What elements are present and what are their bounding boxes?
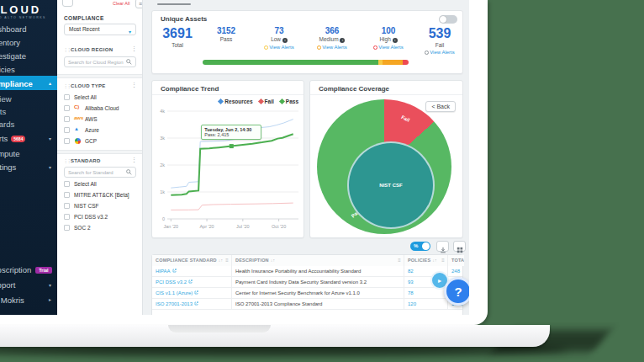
sidebar-item-inventory[interactable]: Inventory [0, 38, 57, 47]
kebab-menu-icon[interactable]: ⋮ [131, 45, 137, 52]
column-menu-icon[interactable]: ≡ [398, 255, 401, 266]
info-icon[interactable]: i [393, 38, 398, 43]
download-button[interactable] [436, 241, 449, 252]
view-alerts-link[interactable]: View Alerts [365, 45, 412, 50]
standard-link[interactable]: CIS v1.1 (Azure) [156, 290, 193, 295]
filter-collapse-button[interactable] [62, 0, 73, 7]
sidebar-item-overview[interactable]: Overview [0, 94, 57, 104]
sidebar-item-investigate[interactable]: Investigate [0, 51, 57, 61]
high-alert-icon [373, 45, 377, 50]
section-divider [57, 150, 143, 154]
sidebar-item-reports[interactable]: Reports [0, 107, 57, 116]
total-count-link[interactable]: 248 [451, 269, 460, 274]
table-row: ISO 27001-2013 ISO 27001-2013 Compliance… [152, 299, 462, 310]
laptop-screen: CLOUD PALO ALTO NETWORKS Dashboard Inven… [0, 0, 488, 325]
laptop-base-notch [168, 325, 271, 333]
view-alerts-link[interactable]: View Alerts [309, 45, 356, 50]
checkbox[interactable] [64, 116, 70, 122]
cloud-type-option-select-all[interactable]: Select All [64, 93, 141, 103]
help-button[interactable]: ? [444, 277, 469, 306]
policies-count-link[interactable]: 93 [408, 279, 414, 285]
scroll-indicator[interactable] [157, 3, 191, 5]
view-alerts-link[interactable]: View Alerts [416, 50, 463, 55]
column-header-description[interactable]: DESCRIPTION↓↑≡ [232, 255, 404, 266]
checkbox[interactable] [64, 94, 70, 100]
checkbox[interactable] [64, 181, 70, 187]
column-menu-icon[interactable]: ≡ [441, 255, 445, 266]
back-button[interactable]: < Back [425, 101, 456, 112]
checkbox[interactable] [64, 105, 70, 111]
progress-segment-pass [203, 60, 378, 65]
chevron-right-icon[interactable]: ▸ [49, 296, 51, 302]
sidebar-item-subscription[interactable]: SubscriptionTrial [0, 265, 57, 274]
chevron-up-icon[interactable]: ▴ [49, 80, 51, 86]
cloud-type-option-aws[interactable]: awsAWS [64, 115, 141, 125]
chevron-down-icon[interactable]: ▾ [49, 164, 51, 170]
standard-description: Center for Internet Security Benchmark f… [232, 288, 404, 299]
standard-option-soc2[interactable]: SOC 2 [64, 224, 141, 233]
drag-handle-icon[interactable]: ⋮⋮ [63, 83, 70, 88]
drag-handle-icon[interactable]: ⋮⋮ [63, 46, 70, 52]
cloud-type-option-gcp[interactable]: GCP [64, 137, 141, 146]
sort-icon[interactable]: ↓↑ [271, 258, 275, 263]
donut-center: NIST CSF [347, 141, 435, 229]
table-row: CIS v1.1 (Azure) Center for Internet Sec… [152, 288, 462, 299]
unique-assets-toggle[interactable] [439, 15, 457, 24]
external-link-icon [194, 290, 198, 295]
compliance-standards-table: COMPLIANCE STANDARD↓↑≡ DESCRIPTION↓↑≡ PO… [151, 254, 463, 315]
stat-fail: 539 Fail View Alerts [416, 26, 463, 55]
sidebar-item-standards[interactable]: Standards [0, 120, 57, 129]
info-icon[interactable]: i [340, 38, 345, 43]
view-alerts-link[interactable]: View Alerts [256, 45, 303, 50]
info-icon[interactable]: i [282, 38, 288, 43]
sort-icon[interactable]: ↓↑ [432, 258, 436, 263]
checkbox[interactable] [64, 203, 70, 209]
clear-filters-link[interactable]: Clear All [113, 1, 129, 6]
chevron-down-icon[interactable]: ▾ [49, 282, 51, 288]
kebab-menu-icon[interactable]: ⋮ [131, 157, 137, 163]
sidebar-item-compute[interactable]: Compute [0, 149, 57, 158]
column-header-policies[interactable]: POLICIES↓↑≡ [404, 255, 448, 266]
standard-option-nist-csf[interactable]: NIST CSF [64, 202, 141, 211]
prisma-cloud-logo: CLOUD [0, 3, 41, 16]
standard-option-mitre[interactable]: MITRE ATT&CK [Beta] [64, 191, 141, 200]
search-icon [126, 59, 132, 65]
policies-count-link[interactable]: 120 [408, 301, 416, 306]
cloud-type-option-alibaba[interactable]: C)Alibaba Cloud [64, 104, 141, 114]
progress-segment-high [403, 60, 409, 65]
column-menu-icon[interactable]: ≡ [225, 255, 229, 266]
alibaba-cloud-icon: C) [74, 104, 82, 109]
column-header-standard[interactable]: COMPLIANCE STANDARD↓↑≡ [152, 255, 232, 266]
drag-handle-icon[interactable]: ⋮⋮ [63, 157, 70, 163]
save-filter-button[interactable]: ≡ [135, 0, 143, 8]
chevron-down-icon[interactable]: ▾ [49, 136, 51, 141]
coverage-donut[interactable]: Fail Pass NIST CSF [317, 99, 451, 234]
checkbox[interactable] [64, 225, 70, 231]
checkbox[interactable] [64, 127, 70, 133]
legend-item[interactable]: Resources [219, 98, 252, 104]
kebab-menu-icon[interactable]: ⋮ [131, 82, 137, 88]
sidebar-item-dashboard[interactable]: Dashboard [0, 24, 57, 34]
table-header-row: COMPLIANCE STANDARD↓↑≡ DESCRIPTION↓↑≡ PO… [152, 255, 462, 266]
checkbox[interactable] [64, 214, 70, 220]
column-header-total[interactable]: TOTAL [448, 255, 464, 266]
legend-item[interactable]: Fail [259, 98, 274, 104]
checkbox[interactable] [64, 192, 70, 198]
sidebar-item-policies[interactable]: Policies [0, 65, 57, 74]
aws-icon: aws [74, 115, 82, 120]
policies-count-link[interactable]: 82 [408, 269, 414, 274]
percent-toggle[interactable]: % [410, 242, 430, 251]
legend-item[interactable]: Pass [280, 98, 298, 104]
cloud-type-option-azure[interactable]: ▲Azure [64, 126, 141, 136]
policies-count-link[interactable]: 78 [408, 290, 414, 295]
standard-option-select-all[interactable]: Select All [64, 180, 141, 189]
standard-option-pci-dss[interactable]: PCI DSS v3.2 [64, 213, 141, 222]
checkbox[interactable] [64, 138, 70, 144]
time-range-select[interactable]: Most Recent ▾ [64, 24, 136, 35]
column-picker-button[interactable] [453, 241, 466, 252]
sort-icon[interactable]: ↓↑ [219, 258, 223, 263]
laptop-base [0, 325, 550, 347]
standard-link[interactable]: HIPAA [156, 269, 171, 274]
standard-link[interactable]: ISO 27001-2013 [156, 301, 193, 306]
standard-link[interactable]: PCI DSS v3.2 [156, 279, 187, 285]
